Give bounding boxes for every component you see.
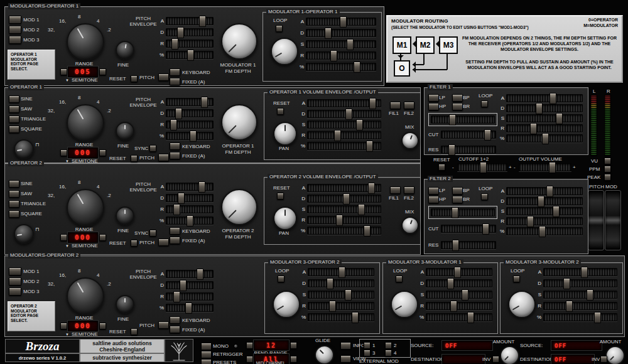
keyboard-switch[interactable] (170, 316, 180, 324)
cutoff12-slider[interactable] (457, 163, 507, 171)
slider-handle[interactable] (448, 144, 455, 156)
slider-track[interactable] (426, 302, 492, 310)
slider-track[interactable] (308, 313, 374, 321)
slider-track[interactable] (506, 207, 583, 215)
slider-track[interactable] (307, 110, 381, 118)
br-button[interactable] (452, 103, 463, 110)
slider-track[interactable] (506, 124, 583, 132)
slider-track[interactable] (306, 29, 376, 37)
res-slider[interactable] (441, 146, 496, 154)
slider-handle[interactable] (325, 28, 332, 39)
bend-up-button[interactable] (290, 342, 297, 349)
range-knob[interactable] (67, 277, 104, 315)
slider-track[interactable] (166, 120, 214, 129)
slider-handle[interactable] (340, 16, 347, 28)
mod3-button[interactable] (9, 287, 21, 296)
shape-knob[interactable] (14, 224, 34, 244)
keyboard-switch[interactable] (170, 68, 180, 76)
pitch-mode-button[interactable] (158, 238, 169, 246)
output-volume-slider[interactable] (519, 163, 571, 171)
triangle-button[interactable] (9, 115, 19, 123)
reset-button[interactable] (277, 193, 284, 200)
slider-track[interactable] (307, 131, 381, 139)
slider-handle[interactable] (530, 123, 537, 134)
slider-track[interactable] (307, 99, 381, 107)
br-button[interactable] (452, 196, 463, 203)
mod3-mod2-knob[interactable] (508, 291, 536, 318)
slider-handle[interactable] (364, 225, 371, 237)
slider-handle[interactable] (345, 289, 352, 301)
slider-track[interactable] (307, 227, 381, 235)
presets-button[interactable] (201, 359, 212, 364)
slider-track[interactable] (166, 270, 214, 278)
slider-track[interactable] (166, 28, 214, 36)
external-mod-1-button[interactable] (364, 342, 371, 349)
operator2-fm-depth-knob[interactable] (221, 189, 257, 225)
hp-button[interactable] (428, 103, 439, 110)
hp-button[interactable] (428, 196, 439, 203)
slider-handle[interactable] (550, 93, 556, 104)
fixed-switch[interactable] (170, 237, 180, 244)
slider-handle[interactable] (358, 204, 365, 215)
slider-handle[interactable] (330, 50, 337, 62)
slider-track[interactable] (166, 281, 214, 289)
sync-button[interactable] (149, 230, 156, 237)
slider-handle[interactable] (171, 38, 178, 50)
slider-track[interactable] (166, 292, 214, 301)
slider-track[interactable] (506, 187, 583, 195)
slider-handle[interactable] (542, 133, 549, 144)
reset-button[interactable] (277, 108, 284, 115)
slider-handle[interactable] (368, 183, 375, 194)
fil1-button[interactable] (390, 186, 401, 194)
reset-button[interactable] (131, 75, 138, 82)
loop-button[interactable] (481, 193, 488, 200)
fil2-button[interactable] (404, 102, 414, 109)
slider-track[interactable] (543, 302, 617, 310)
slider-handle[interactable] (343, 193, 350, 205)
loop-range-slider[interactable] (431, 208, 495, 217)
mono-button[interactable] (201, 343, 212, 350)
pitch-mode-button[interactable] (158, 321, 169, 329)
glide-knob[interactable] (315, 345, 334, 364)
slider-track[interactable] (307, 120, 381, 129)
fixed-switch[interactable] (170, 78, 180, 85)
mod1-button[interactable] (9, 267, 21, 276)
loop-button[interactable] (513, 276, 520, 282)
shape-knob[interactable] (14, 139, 34, 159)
external-mod-2-button[interactable] (385, 342, 392, 349)
slider-track[interactable] (426, 279, 492, 287)
slider-handle[interactable] (338, 267, 345, 278)
slider-handle[interactable] (527, 216, 534, 227)
slider-handle[interactable] (538, 196, 544, 207)
slider-handle[interactable] (178, 193, 185, 204)
slider-track[interactable] (166, 17, 214, 25)
slider-handle[interactable] (177, 27, 184, 38)
slider-track[interactable] (543, 313, 617, 321)
range-knob[interactable] (67, 23, 104, 61)
slider-handle[interactable] (173, 291, 180, 302)
slider-handle[interactable] (566, 301, 573, 312)
slider-handle[interactable] (327, 278, 333, 289)
triangle-button[interactable] (9, 200, 19, 208)
mix-knob[interactable] (401, 132, 419, 149)
range-down-button[interactable] (60, 323, 67, 329)
loop-button[interactable] (276, 25, 283, 32)
slider-track[interactable] (306, 18, 376, 26)
range-down-button[interactable] (60, 149, 67, 156)
slider-handle[interactable] (366, 141, 373, 152)
fil2-button[interactable] (404, 186, 414, 194)
slider-track[interactable] (426, 291, 492, 299)
slider-track[interactable] (166, 183, 214, 191)
range-knob[interactable] (67, 104, 104, 142)
slider-track[interactable] (426, 268, 492, 276)
mod3-mod1-knob[interactable] (391, 291, 418, 318)
cut-slider[interactable] (441, 225, 496, 233)
saw-button[interactable] (9, 190, 19, 198)
slider-handle[interactable] (449, 114, 456, 126)
slider-handle[interactable] (329, 301, 336, 312)
slider-handle[interactable] (587, 289, 593, 301)
slider-track[interactable] (166, 217, 214, 225)
external-mod-4-button[interactable] (385, 350, 392, 356)
pitch-mode-button[interactable] (158, 73, 169, 81)
slider-handle[interactable] (462, 289, 468, 301)
